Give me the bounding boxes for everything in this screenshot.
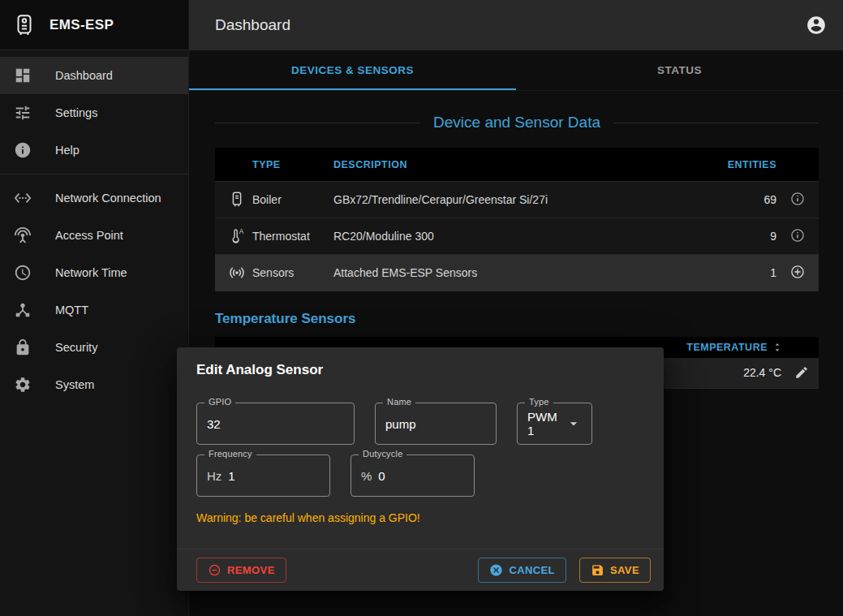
sidebar-item-label: Help [55, 144, 80, 157]
clock-icon [13, 263, 32, 282]
divider-line [613, 123, 819, 123]
sidebar-item-label: Network Connection [55, 192, 161, 205]
sidebar-divider [0, 174, 188, 174]
temperature-sensors-heading: Temperature Sensors [215, 311, 819, 327]
tab-devices-sensors[interactable]: DEVICES & SENSORS [189, 50, 516, 90]
sidebar-item-label: MQTT [55, 304, 88, 317]
device-entities: 9 [710, 218, 783, 255]
table-row-boiler[interactable]: Boiler GBx72/Trendline/Cerapur/Greenstar… [215, 182, 819, 218]
header-entities: ENTITIES [710, 148, 783, 182]
info-icon[interactable] [789, 227, 806, 243]
edit-analog-sensor-dialog: Edit Analog Sensor GPIO Name Type PWM 1 … [177, 347, 664, 591]
tab-status[interactable]: STATUS [516, 50, 843, 90]
sidebar-item-help[interactable]: Help [0, 131, 188, 169]
table-row-thermostat[interactable]: A Thermostat RC20/Moduline 300 9 [215, 218, 819, 255]
dutycycle-input[interactable] [378, 469, 464, 483]
sidebar-item-security[interactable]: Security [0, 329, 188, 366]
frequency-input[interactable] [228, 469, 320, 483]
type-select[interactable]: Type PWM 1 [517, 403, 592, 445]
remove-button-label: REMOVE [227, 564, 275, 576]
device-type: Sensors [252, 255, 333, 291]
type-field-label: Type [525, 397, 553, 407]
info-icon [13, 140, 32, 160]
dutycycle-unit-prefix: % [361, 469, 372, 483]
gpio-warning-text: Warning: be careful when assigning a GPI… [196, 511, 644, 524]
remove-button[interactable]: REMOVE [196, 558, 286, 583]
sidebar-item-label: Settings [55, 106, 97, 119]
ethernet-icon [13, 188, 32, 208]
sidebar-item-label: Security [55, 341, 97, 354]
header-description: DESCRIPTION [333, 148, 710, 182]
minus-circle-icon [208, 563, 222, 577]
temperature-value: 22.4 °C [743, 366, 781, 379]
cancel-button[interactable]: CANCEL [478, 558, 566, 583]
appbar: Dashboard [189, 0, 843, 50]
dialog-title: Edit Analog Sensor [177, 347, 664, 386]
sidebar: EMS-ESP Dashboard Settings Help [0, 0, 189, 616]
device-description: RC20/Moduline 300 [333, 218, 710, 255]
device-type: Thermostat [252, 218, 333, 255]
device-entities: 69 [710, 182, 783, 218]
sidebar-item-settings[interactable]: Settings [0, 94, 188, 131]
add-circle-icon[interactable] [789, 264, 806, 280]
device-hub-icon [13, 300, 32, 320]
sidebar-item-label: System [55, 378, 94, 391]
tab-bar: DEVICES & SENSORS STATUS [189, 50, 843, 91]
account-icon[interactable] [806, 15, 827, 36]
frequency-unit-prefix: Hz [207, 469, 222, 483]
svg-text:A: A [239, 228, 244, 235]
section-title-row: Device and Sensor Data [215, 114, 819, 131]
lock-icon [13, 338, 32, 357]
thermostat-icon: A [228, 227, 246, 245]
frequency-field: Frequency Hz [196, 454, 330, 497]
tune-icon [13, 103, 32, 123]
page-title: Dashboard [215, 16, 290, 34]
edit-pencil-icon[interactable] [794, 365, 809, 380]
chevron-down-icon [566, 416, 582, 432]
device-description: Attached EMS-ESP Sensors [333, 255, 710, 291]
sidebar-item-network-time[interactable]: Network Time [0, 254, 188, 291]
sidebar-item-network-connection[interactable]: Network Connection [0, 179, 188, 217]
dashboard-icon [13, 66, 32, 85]
cancel-icon [489, 563, 503, 577]
gpio-field-label: GPIO [204, 397, 235, 407]
dialog-actions: REMOVE CANCEL SAVE [177, 549, 664, 591]
save-icon [591, 563, 604, 577]
device-description: GBx72/Trendline/Cerapur/Greenstar Si/27i [333, 182, 710, 218]
cancel-button-label: CANCEL [509, 564, 555, 576]
info-icon[interactable] [789, 191, 806, 207]
sidebar-item-dashboard[interactable]: Dashboard [0, 57, 188, 94]
device-entities: 1 [710, 255, 783, 291]
frequency-field-label: Frequency [204, 449, 256, 459]
save-button-label: SAVE [610, 564, 639, 576]
section-title: Device and Sensor Data [420, 114, 613, 131]
sidebar-item-label: Access Point [55, 229, 123, 242]
field-row-2: Frequency Hz Dutycycle % [196, 454, 644, 497]
device-table-header: TYPE DESCRIPTION ENTITIES [215, 148, 819, 182]
sidebar-item-label: Dashboard [55, 69, 113, 82]
sensors-icon [228, 264, 246, 282]
name-input[interactable] [385, 417, 486, 431]
sidebar-item-mqtt[interactable]: MQTT [0, 291, 188, 329]
type-selected-value: PWM 1 [527, 410, 566, 437]
antenna-icon [13, 226, 32, 245]
field-row-1: GPIO Name Type PWM 1 [196, 403, 644, 445]
sidebar-item-access-point[interactable]: Access Point [0, 217, 188, 254]
sidebar-item-system[interactable]: System [0, 366, 188, 403]
app-title: EMS-ESP [49, 17, 114, 33]
gpio-field: GPIO [196, 403, 355, 445]
boiler-icon [228, 191, 246, 209]
header-type: TYPE [252, 148, 333, 182]
device-type: Boiler [252, 182, 333, 218]
gpio-input[interactable] [207, 417, 344, 431]
dialog-content: GPIO Name Type PWM 1 Frequency Hz [177, 386, 664, 549]
sidebar-nav: Dashboard Settings Help Network Connecti [0, 50, 188, 403]
table-row-sensors[interactable]: Sensors Attached EMS-ESP Sensors 1 [215, 255, 819, 291]
device-table: TYPE DESCRIPTION ENTITIES Boiler GBx72/T… [215, 148, 819, 291]
sort-icon [771, 341, 784, 354]
save-button[interactable]: SAVE [579, 558, 651, 583]
name-field: Name [375, 403, 497, 445]
name-field-label: Name [383, 397, 415, 407]
divider-line [215, 123, 420, 123]
sidebar-item-label: Network Time [55, 266, 127, 279]
